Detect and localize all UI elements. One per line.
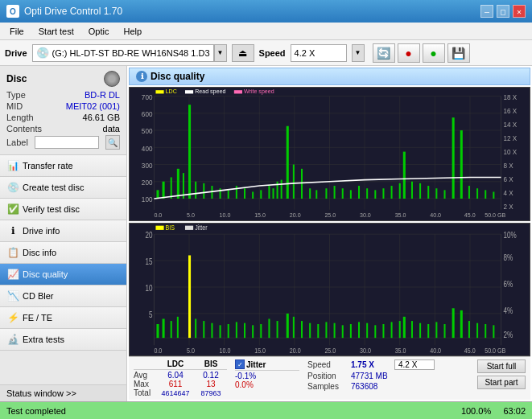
- svg-rect-63: [485, 190, 486, 199]
- svg-rect-22: [177, 169, 179, 199]
- disc-quality-header: ℹ Disc quality: [129, 68, 530, 85]
- svg-rect-180: [185, 225, 193, 229]
- disc-info-panel: Disc Type BD-R DL MID MEIT02 (001) Lengt…: [0, 66, 126, 155]
- svg-rect-119: [188, 255, 191, 338]
- svg-rect-142: [374, 325, 376, 338]
- verify-test-disc-icon: ✅: [6, 203, 19, 216]
- svg-text:40.0: 40.0: [430, 346, 441, 354]
- minimize-button[interactable]: —: [480, 5, 493, 18]
- svg-rect-51: [391, 186, 393, 199]
- bottom-chart: 20 15 10 5 10% 8% 6% 4% 2% 0.0 5.0 10.0 …: [129, 223, 530, 357]
- svg-text:700: 700: [142, 93, 153, 101]
- speed-select-display[interactable]: 4.2 X: [394, 359, 435, 370]
- speed-select[interactable]: 4.2 X: [291, 44, 347, 62]
- jitter-avg: -0.1%: [235, 372, 299, 380]
- title-bar-controls: — □ ✕: [480, 5, 526, 18]
- contents-val: data: [103, 124, 120, 134]
- svg-text:18 X: 18 X: [504, 93, 518, 101]
- drive-name: (G:) HL-DT-ST BD-RE WH16NS48 1.D3: [52, 48, 210, 58]
- top-chart-svg: 700 600 500 400 300 200 100 18 X 16 X 14…: [130, 88, 530, 220]
- nav-label-transfer: Transfer rate: [23, 161, 73, 170]
- save-icon[interactable]: 💾: [447, 43, 470, 63]
- svg-rect-136: [325, 322, 327, 338]
- type-key: Type: [6, 90, 26, 100]
- menu-file[interactable]: File: [3, 25, 31, 38]
- svg-rect-60: [460, 130, 463, 199]
- svg-rect-140: [358, 322, 360, 338]
- title-bar-left: O Opti Drive Control 1.70: [6, 5, 122, 18]
- menu-starttest[interactable]: Start test: [32, 25, 80, 38]
- svg-rect-42: [315, 190, 317, 199]
- drive-select[interactable]: 💿 (G:) HL-DT-ST BD-RE WH16NS48 1.D3: [32, 44, 214, 62]
- nav-label-disc-info: Disc info: [23, 248, 56, 257]
- start-part-button[interactable]: Start part: [477, 376, 526, 389]
- svg-text:15: 15: [145, 257, 152, 266]
- maximize-button[interactable]: □: [497, 5, 509, 18]
- close-button[interactable]: ✕: [513, 5, 526, 18]
- sidebar-item-extra-tests[interactable]: 🔬 Extra tests: [0, 329, 126, 351]
- svg-rect-134: [309, 322, 311, 337]
- svg-rect-129: [268, 318, 270, 338]
- disc-quality-icon-header: ℹ: [136, 71, 147, 82]
- sidebar-item-fe-te[interactable]: ⚡ FE / TE: [0, 307, 126, 329]
- disc-green-icon[interactable]: ●: [423, 43, 445, 63]
- menu-bar: File Start test Optic Help: [0, 23, 532, 40]
- svg-text:LDC: LDC: [166, 88, 177, 95]
- top-chart: 700 600 500 400 300 200 100 18 X 16 X 14…: [129, 87, 530, 221]
- svg-rect-147: [411, 321, 413, 338]
- mid-val: MEIT02 (001): [66, 101, 120, 111]
- total-label: Total: [134, 388, 156, 397]
- svg-rect-33: [260, 190, 262, 199]
- ldc-total: 4614647: [159, 389, 192, 397]
- svg-text:50.0 GB: 50.0 GB: [485, 212, 505, 219]
- svg-rect-115: [156, 324, 159, 338]
- svg-rect-148: [419, 322, 421, 337]
- refresh-icon[interactable]: 🔄: [373, 43, 395, 63]
- eject-button[interactable]: ⏏: [232, 44, 254, 62]
- svg-rect-40: [301, 169, 303, 199]
- svg-rect-21: [171, 177, 172, 199]
- sidebar-item-disc-quality[interactable]: 📈 Disc quality: [0, 264, 126, 285]
- length-val: 46.61 GB: [83, 113, 120, 122]
- drive-dropdown-arrow[interactable]: ▼: [214, 44, 227, 62]
- svg-text:10.0: 10.0: [220, 346, 231, 354]
- svg-text:200: 200: [142, 179, 153, 187]
- svg-rect-120: [195, 318, 196, 338]
- svg-rect-61: [468, 186, 470, 199]
- svg-rect-94: [185, 90, 193, 93]
- sidebar-item-cd-bler[interactable]: 📉 CD Bler: [0, 285, 126, 307]
- disc-quality-title: Disc quality: [151, 71, 204, 82]
- svg-rect-53: [403, 152, 406, 199]
- position-val: 47731 MB: [351, 372, 431, 380]
- label-icon-button[interactable]: 🔍: [105, 135, 120, 150]
- svg-rect-30: [236, 186, 237, 199]
- svg-rect-55: [419, 183, 421, 199]
- menu-optic[interactable]: Optic: [82, 25, 116, 38]
- speed-dropdown-arrow[interactable]: ▼: [352, 44, 365, 62]
- sidebar-item-drive-info[interactable]: ℹ Drive info: [0, 220, 126, 242]
- sidebar-item-transfer-rate[interactable]: 📊 Transfer rate: [0, 155, 126, 177]
- samples-val: 763608: [351, 382, 431, 391]
- sidebar-item-disc-info[interactable]: 📋 Disc info: [0, 242, 126, 264]
- svg-rect-156: [485, 324, 486, 338]
- sidebar-item-create-test-disc[interactable]: 💿 Create test disc: [0, 177, 126, 199]
- speed-select-val: 4.2 X: [398, 360, 417, 369]
- svg-rect-139: [350, 324, 352, 338]
- svg-rect-41: [309, 188, 311, 199]
- svg-text:10%: 10%: [504, 230, 517, 240]
- svg-rect-49: [374, 190, 376, 199]
- svg-text:25.0: 25.0: [324, 212, 336, 219]
- svg-rect-56: [427, 186, 429, 199]
- drive-label: Drive: [5, 48, 27, 58]
- svg-rect-143: [382, 324, 384, 338]
- label-input[interactable]: [35, 136, 99, 149]
- svg-text:500: 500: [142, 127, 153, 135]
- menu-help[interactable]: Help: [117, 25, 148, 38]
- start-full-button[interactable]: Start full: [477, 359, 526, 373]
- sidebar-item-verify-test-disc[interactable]: ✅ Verify test disc: [0, 199, 126, 220]
- status-window-button[interactable]: Status window >>: [0, 384, 126, 401]
- svg-rect-44: [334, 186, 336, 199]
- ldc-max: 611: [159, 380, 192, 388]
- jitter-checkbox[interactable]: ✓: [235, 359, 245, 369]
- disc-red-icon[interactable]: ●: [398, 43, 420, 63]
